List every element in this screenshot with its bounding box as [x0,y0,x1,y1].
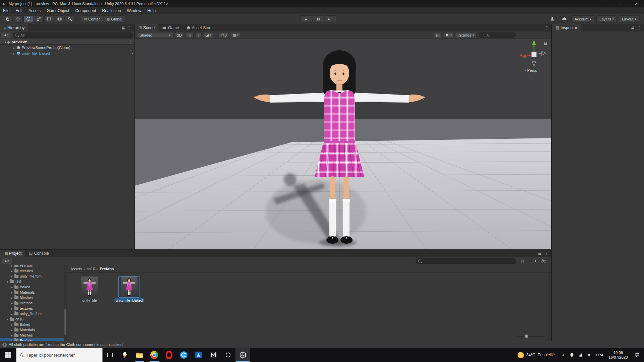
hierarchy-search-input[interactable] [20,33,131,37]
project-tree-scrollbar[interactable] [64,265,67,341]
tray-overflow-button[interactable] [559,348,568,362]
taskbar-app-m[interactable] [206,348,221,362]
tree-item-textures[interactable]: textures [0,306,67,311]
thumbnail-zoom-slider[interactable] [517,334,545,338]
taskbar-app-unity-hub[interactable] [221,348,235,362]
tray-security-icon[interactable] [568,348,576,362]
tab-game[interactable]: Game [158,24,183,32]
tree-item-materials[interactable]: Materials [0,327,67,333]
expand-arrow[interactable] [10,284,14,290]
tree-item-meshes[interactable]: Meshes [0,333,67,338]
project-content-scrollbar[interactable] [548,273,551,341]
task-view-button[interactable] [103,348,117,362]
gizmo-y-label[interactable]: y [533,40,535,44]
hierarchy-lock-icon[interactable] [122,26,124,29]
tree-item-textures[interactable]: textures [0,268,67,274]
scrollbar-thumb[interactable] [64,309,66,335]
expand-arrow[interactable] [10,268,14,274]
scene-viewport[interactable]: y x Persp [135,39,551,249]
rect-tool-button[interactable] [44,15,54,23]
pause-button[interactable] [313,15,324,23]
menu-component[interactable]: Component [72,7,99,14]
scene-camera-dropdown[interactable] [443,32,454,38]
minimize-button[interactable] [598,0,613,7]
maximize-button[interactable] [613,0,629,7]
shading-dropdown[interactable]: Shaded [137,32,173,38]
space-toggle-button[interactable]: Global [104,15,125,23]
notification-center-button[interactable] [631,348,644,362]
weather-widget[interactable]: 34°C Ensoleillé [514,348,559,362]
tray-network-icon[interactable] [576,348,585,362]
open-prefab-icon[interactable] [131,51,133,56]
scene-options-icon[interactable] [129,40,133,44]
hidden-objects-button[interactable]: 0 [219,32,229,38]
tray-volume-icon[interactable] [585,348,594,362]
start-button[interactable] [0,348,16,362]
move-tool-button[interactable] [13,15,23,23]
asset-unity-file[interactable]: unity_file [77,277,102,302]
taskbar-app-chrome[interactable] [147,348,162,362]
tab-inspector[interactable]: Inspector [552,24,581,32]
scale-tool-button[interactable] [34,15,44,23]
slider-track[interactable] [517,336,545,337]
menu-file[interactable]: File [0,7,12,14]
tree-item-prefabs[interactable]: Prefabs [0,338,67,341]
status-message[interactable]: All cloth particles are fixed so the Clo… [9,343,122,347]
search-by-type-icon[interactable] [521,259,524,263]
tab-console[interactable]: Console [25,250,52,257]
tree-item-baked[interactable]: Baked [0,284,67,290]
taskbar-app-explorer[interactable] [132,348,147,362]
tree-item-materials[interactable]: Materials [0,290,67,295]
menu-assets[interactable]: Assets [25,7,44,14]
hidden-packages-toggle[interactable]: 2 [540,259,546,263]
expand-arrow[interactable] [10,322,14,327]
expand-arrow[interactable] [10,274,14,279]
grid-visibility-dropdown[interactable] [231,32,240,38]
breadcrumb-ch10[interactable]: ch10 [87,267,95,271]
tab-hierarchy[interactable]: Hierarchy [0,24,28,32]
step-button[interactable] [325,15,336,23]
tree-item-ch10[interactable]: ch10 [0,316,67,322]
account-dropdown[interactable]: Account [572,15,594,23]
menu-window[interactable]: Window [124,7,145,14]
tree-item-unity-file-fbm[interactable]: unity_file.fbm [0,274,67,279]
expand-arrow[interactable] [10,306,14,311]
taskbar-app-icecream[interactable] [117,348,132,362]
taskbar-clock[interactable]: 19:09 16/07/2023 [606,348,631,362]
inspector-menu-icon[interactable] [637,25,641,30]
project-lock-icon[interactable] [538,252,541,255]
scene-tools-button[interactable] [434,32,441,38]
expand-arrow[interactable] [10,295,14,301]
pivot-toggle-button[interactable]: Center [81,15,103,23]
tree-item-meshes[interactable]: Meshes [0,295,67,300]
custom-tool-button[interactable] [65,15,75,23]
save-search-icon[interactable] [534,259,537,263]
asset-unity-file-baked[interactable]: unity_file_Baked [117,277,142,302]
lighting-toggle-button[interactable] [186,32,194,38]
hand-tool-button[interactable] [3,15,12,23]
tree-item-baked[interactable]: Baked [0,322,67,327]
project-searchbox[interactable] [416,258,516,264]
expand-arrow[interactable] [10,333,14,338]
menu-reallusion[interactable]: Reallusion [99,7,124,14]
tree-item-unity-file-fbm[interactable]: unity_file.fbm [0,311,67,316]
expand-arrow[interactable] [13,46,15,50]
hierarchy-item-previewsceneprefab[interactable]: PreviewScenePrefab(Clone) [0,45,135,50]
scene-search-input[interactable] [486,33,513,37]
expand-arrow[interactable] [6,279,9,285]
search-by-label-icon[interactable] [528,259,530,263]
taskbar-app-blue-c[interactable] [176,348,191,362]
taskbar-app-blue-tile[interactable] [191,348,206,362]
breadcrumb-assets[interactable]: Assets [70,267,82,271]
hierarchy-item-unity-file-baked[interactable]: unity_file_Baked [0,50,135,56]
tab-project[interactable]: Project [0,250,25,257]
tree-item-ch9[interactable]: ch9 [0,279,67,284]
expand-arrow[interactable] [10,300,14,306]
scene-header-row[interactable]: preview* [0,39,135,45]
breadcrumb-prefabs[interactable]: Prefabs [100,267,114,271]
language-indicator[interactable]: FRA [594,348,606,362]
scene-panel-menu-icon[interactable] [544,25,548,30]
taskbar-search-input[interactable] [26,353,99,358]
slider-thumb[interactable] [525,335,528,338]
hierarchy-searchbox[interactable] [13,33,133,38]
